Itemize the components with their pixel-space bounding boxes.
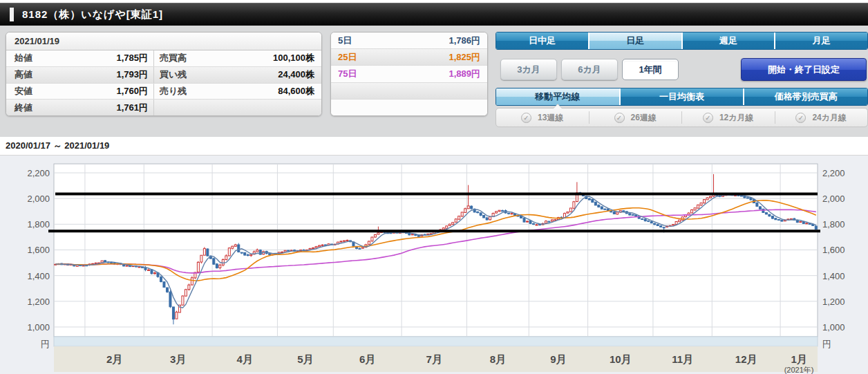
quote-cell-left: 高値1,793円 (6, 67, 154, 83)
candle (697, 205, 699, 209)
timeframe-tabs: 日中足日足週足月足 (496, 32, 868, 50)
range-button-0[interactable]: 3カ月 (500, 59, 557, 80)
candle (629, 213, 631, 215)
candle (496, 211, 498, 213)
candle (374, 234, 376, 238)
candle (775, 218, 777, 220)
tab-indicator-1[interactable]: 一目均衡表 (619, 88, 744, 105)
quote-cell-left: 終値1,761円 (6, 100, 154, 115)
candle (449, 224, 451, 226)
candle (455, 218, 457, 223)
candle (123, 265, 125, 267)
svg-text:1,000: 1,000 (822, 322, 845, 333)
ma-option-label: 13週線 (538, 112, 563, 124)
candle (765, 212, 767, 214)
candle (269, 254, 271, 255)
svg-text:円: 円 (41, 339, 50, 349)
svg-text:9月: 9月 (550, 353, 566, 365)
svg-text:6月: 6月 (359, 353, 375, 365)
indicator-tabs: 移動平均線一目均衡表価格帯別売買高 (496, 88, 868, 106)
quote-cell-right: 売買高100,100株 (154, 50, 321, 66)
ma-option-0[interactable]: ✓13週線 (496, 111, 589, 124)
candle (567, 212, 569, 214)
tab-indicator-0[interactable]: 移動平均線 (496, 88, 619, 105)
candle (548, 221, 550, 223)
tab-timeframe-3[interactable]: 月足 (774, 32, 867, 49)
ma-option-label: 12カ月線 (719, 112, 754, 124)
candle (781, 220, 783, 222)
ma-option-label: 26週線 (631, 112, 657, 124)
candle (613, 212, 615, 214)
candle (259, 250, 261, 255)
range-button-1[interactable]: 6カ月 (561, 59, 618, 80)
ma-value: 1,825円 (377, 51, 487, 64)
candle (679, 220, 681, 222)
candle (768, 214, 771, 216)
quote-label: 終値 (6, 102, 68, 114)
quote-label: 買い残 (154, 68, 215, 81)
candle (762, 209, 764, 213)
quote-value: 100,100株 (215, 52, 321, 64)
svg-text:1,600: 1,600 (27, 245, 50, 256)
stock-chart-page: 8182（株）いなげや[東証1] 2021/01/19 始値1,785円売買高1… (0, 0, 868, 374)
ma-row (331, 82, 487, 99)
svg-text:2,200: 2,200 (27, 168, 50, 178)
svg-text:1,800: 1,800 (27, 219, 50, 230)
chart-range-slider[interactable] (54, 337, 818, 346)
tab-timeframe-0[interactable]: 日中足 (496, 32, 588, 49)
candle (777, 219, 780, 220)
quote-cell-right (154, 100, 321, 115)
svg-text:2,000: 2,000 (822, 194, 845, 204)
svg-text:1,400: 1,400 (27, 271, 50, 281)
date-setting-button[interactable]: 開始・終了日設定 (741, 58, 867, 81)
ma-row: 5日1,786円 (331, 32, 487, 48)
svg-text:(2021年): (2021年) (784, 366, 814, 374)
candle (452, 223, 454, 225)
ma-value: 1,889円 (377, 68, 487, 80)
candle (592, 199, 594, 203)
ma-label: 25日 (331, 51, 377, 64)
ma-option-bar: ✓13週線✓26週線✓12カ月線✓24カ月線 (496, 108, 868, 127)
title-bar: 8182（株）いなげや[東証1] (0, 3, 868, 26)
tab-timeframe-1[interactable]: 日足 (588, 32, 681, 49)
candle (166, 288, 168, 293)
candle (458, 216, 460, 220)
candle (790, 218, 792, 219)
tab-timeframe-2[interactable]: 週足 (681, 32, 775, 49)
range-button-2[interactable]: 1年間 (622, 59, 679, 80)
candle (343, 241, 345, 242)
ma-option-2[interactable]: ✓12カ月線 (681, 111, 775, 124)
candle (371, 236, 373, 241)
candle (368, 241, 370, 245)
candle (185, 289, 187, 297)
candle (806, 223, 808, 224)
svg-text:8月: 8月 (490, 353, 506, 365)
ma-value-panel: 5日1,786円25日1,825円75日1,889円 (330, 32, 488, 116)
candle (601, 206, 603, 209)
candle (188, 283, 190, 290)
candle (216, 263, 218, 269)
candle (315, 246, 317, 248)
candle (473, 209, 475, 213)
ma-option-3[interactable]: ✓24カ月線 (775, 111, 868, 124)
candle (569, 208, 572, 212)
candle (710, 196, 712, 198)
ma-label: 5日 (331, 35, 377, 47)
svg-text:2月: 2月 (106, 353, 122, 365)
candle (238, 243, 240, 253)
candle (244, 252, 246, 256)
candle (632, 214, 634, 216)
candle (200, 255, 202, 263)
svg-text:12月: 12月 (735, 353, 757, 365)
quote-row: 安値1,760円売り残84,600株 (6, 83, 321, 100)
tab-indicator-2[interactable]: 価格帯別売買高 (743, 88, 867, 105)
candle (228, 247, 230, 256)
svg-text:11月: 11月 (672, 353, 693, 365)
candle (169, 290, 171, 308)
svg-text:円: 円 (822, 339, 831, 349)
candle (442, 227, 444, 230)
quote-cell-left: 安値1,760円 (6, 84, 154, 100)
ma-row (331, 99, 487, 115)
quote-label: 高値 (6, 68, 68, 81)
ma-option-1[interactable]: ✓26週線 (589, 111, 682, 124)
